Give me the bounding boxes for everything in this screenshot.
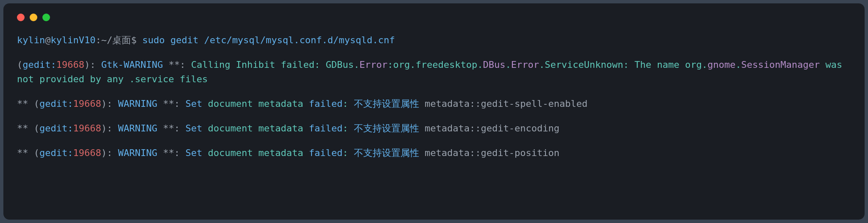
- command-text: sudo gedit /etc/mysql/mysql.conf.d/mysql…: [142, 35, 395, 45]
- warning-message: Calling Inhibit failed: GDBus.: [191, 59, 359, 70]
- metadata-key: metadata::gedit-encoding: [419, 123, 559, 134]
- prompt-at: @: [45, 35, 50, 45]
- blank-line: [17, 47, 851, 58]
- process-id: 19668: [73, 148, 101, 158]
- metadata-key: metadata::gedit-position: [419, 148, 559, 158]
- terminal-window: kylin@kylinV10:~/桌面$ sudo gedit /etc/mys…: [3, 3, 865, 220]
- warning-type: WARNING: [112, 98, 157, 109]
- prompt-host: kylinV10: [50, 35, 95, 45]
- process-name: gedit:: [39, 98, 73, 109]
- terminal-output[interactable]: kylin@kylinV10:~/桌面$ sudo gedit /etc/mys…: [17, 33, 851, 161]
- gtk-warning-line: (gedit:19668): Gtk-WARNING **: Calling I…: [17, 59, 848, 84]
- warning-line: ** (gedit:19668): WARNING **: Set docume…: [17, 98, 587, 109]
- chinese-text: 不支持设置属性: [354, 98, 419, 109]
- warning-type: WARNING: [112, 123, 157, 134]
- minimize-icon[interactable]: [30, 14, 37, 21]
- process-name: gedit:: [39, 123, 73, 134]
- prompt-path: ~/桌面: [101, 35, 131, 45]
- process-id: 19668: [73, 123, 101, 134]
- blank-line: [17, 136, 851, 146]
- process-id: 19668: [73, 98, 101, 109]
- process-name: gedit:: [39, 148, 73, 158]
- window-controls: [17, 14, 851, 21]
- process-name: gedit:: [22, 59, 56, 70]
- warning-line: ** (gedit:19668): WARNING **: Set docume…: [17, 148, 559, 158]
- prompt-dollar: $: [131, 35, 136, 45]
- close-icon[interactable]: [17, 14, 25, 21]
- blank-line: [17, 86, 851, 97]
- chinese-text: 不支持设置属性: [354, 123, 419, 134]
- chinese-text: 不支持设置属性: [354, 148, 419, 158]
- prompt-colon: :: [95, 35, 101, 45]
- warning-type: WARNING: [112, 148, 157, 158]
- prompt-user: kylin: [17, 35, 45, 45]
- process-id: 19668: [56, 59, 84, 70]
- zoom-icon[interactable]: [42, 14, 50, 21]
- warning-type: Gtk-WARNING: [95, 59, 163, 70]
- blank-line: [17, 111, 851, 121]
- prompt-line: kylin@kylinV10:~/桌面$ sudo gedit /etc/mys…: [17, 35, 395, 45]
- warning-line: ** (gedit:19668): WARNING **: Set docume…: [17, 123, 559, 134]
- metadata-key: metadata::gedit-spell-enabled: [419, 98, 587, 109]
